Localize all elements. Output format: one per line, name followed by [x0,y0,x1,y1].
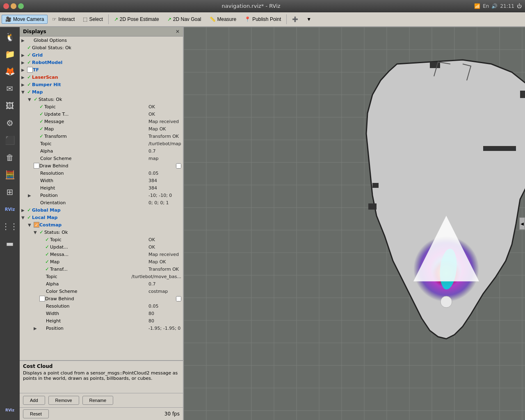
tree-item[interactable]: ✓MessageMap received [20,118,183,125]
add-button[interactable]: Add [23,396,45,405]
tree-item[interactable]: Height384 [20,184,183,192]
tree-arrow: ▶ [28,193,34,198]
browser-firefox[interactable]: 🦊 [2,63,18,80]
tree-value: OK [148,112,181,117]
tree-item[interactable]: ✓TransformTransform OK [20,132,183,140]
tree-arrow: ▶ [21,75,27,80]
checkmark-icon: ✓ [39,229,43,235]
tree-item[interactable]: ✓MapMap OK [20,258,183,265]
tree-item[interactable]: ✓Global Status: Ok [20,44,183,51]
tree-label: Updat... [50,244,148,250]
draw-behind-checkbox[interactable] [176,296,181,301]
tree-item[interactable]: Alpha0.7 [20,280,183,288]
tree-item[interactable]: Resolution0.05 [20,302,183,310]
tree-item[interactable]: ▶Position-1.95; -1.95; 0 [20,324,183,332]
window-title: navigation.rviz* - RViz [28,3,474,9]
tree-item[interactable]: Height80 [20,317,183,324]
tree-item[interactable]: Color Schememap [20,155,183,162]
draw-behind-checkbox[interactable] [176,163,181,169]
tree-checkbox-empty[interactable] [34,163,39,169]
remove-button[interactable]: Remove [48,396,79,405]
rviz2-icon[interactable]: RViz [2,402,18,418]
scroll-handle[interactable]: ◀ [519,217,525,230]
files-icon[interactable]: 📁 [2,46,18,62]
maximize-button[interactable] [18,3,24,9]
tree-item[interactable]: Resolution0.05 [20,169,183,177]
calc-icon[interactable]: 🧮 [2,167,18,183]
tree-item[interactable]: ▶Global Options [20,37,183,44]
tree-item[interactable]: ✓Messa...Map received [20,251,183,258]
tree-item[interactable]: Color Schemecostmap [20,288,183,295]
tree-item[interactable]: ✓MapMap OK [20,125,183,132]
tree-item[interactable]: Width384 [20,177,183,184]
tree-item[interactable]: ▶TF [20,66,183,73]
displays-content[interactable]: ▶Global Options ✓Global Status: Ok▶✓Grid… [20,37,183,360]
tree-item[interactable]: ▼✓Map [20,88,183,96]
apps-icon[interactable]: ⋮⋮ [2,218,18,235]
tree-item[interactable]: ▶✓Grid [20,51,183,59]
tree-item[interactable]: ✓TopicOK [20,103,183,110]
close-button[interactable] [3,3,9,9]
system-tray: 📶 En 🔊 21:11 ⏻ [474,3,522,9]
tree-item[interactable]: ▶✓Bumper Hit [20,81,183,88]
minimize-button[interactable] [11,3,16,9]
pose-estimate-button[interactable]: ↗ 2D Pose Estimate [110,15,163,24]
reset-button[interactable]: Reset [23,409,49,418]
tree-item[interactable]: ✓Update T...OK [20,110,183,118]
camera-icon: 🎥 [5,16,11,22]
select-button[interactable]: ⬚ Select [79,15,106,24]
tree-label: Map [32,89,181,95]
tree-item[interactable]: ▼Costmap [20,221,183,228]
terminal2-icon[interactable]: ▬ [2,235,18,252]
tree-item[interactable]: ▶✓LaserScan [20,73,183,81]
email-icon[interactable]: ✉ [2,80,18,97]
tree-item[interactable]: Width80 [20,310,183,317]
apps-grid-icon[interactable]: ⊞ [2,184,18,200]
tree-arrow: ▶ [21,208,27,212]
rename-button[interactable]: Rename [82,396,114,405]
wifi-icon: 📶 [474,3,480,9]
tree-item[interactable]: ▶Position-10; -10; 0 [20,192,183,199]
tree-item[interactable]: ▶✓Global Map [20,206,183,214]
tree-checkbox-empty[interactable] [27,67,33,73]
dropdown-button[interactable]: ▼ [303,15,315,24]
tree-item[interactable]: Topic/turtlebot/map [20,140,183,147]
move-camera-button[interactable]: 🎥 Move Camera [2,15,48,24]
settings-icon[interactable]: ⚙ [2,115,18,131]
tree-item[interactable]: ▶✓RobotModel [20,59,183,66]
photos-icon[interactable]: 🖼 [2,98,18,114]
tree-item[interactable]: Orientation0; 0; 0; 1 [20,199,183,206]
tree-item[interactable]: ✓Transf...Transform OK [20,265,183,273]
ubuntu-icon[interactable]: 🐧 [2,29,18,45]
terminal-icon[interactable]: ⬛ [2,132,18,148]
add-toolbar-button[interactable]: ➕ [288,15,302,24]
tree-item[interactable]: ✓Updat...OK [20,243,183,251]
tree-value: -10; -10; 0 [148,193,181,198]
tree-item[interactable]: ▼✓Status: Ok [20,96,183,103]
window-controls[interactable] [3,3,24,9]
nav-goal-button[interactable]: ↗ 2D Nav Goal [164,15,205,24]
tree-label: Position [46,326,148,331]
viewport-3d[interactable]: ◀ [184,27,525,420]
tree-arrow: ▼ [34,230,39,235]
tree-item[interactable]: Alpha0.7 [20,147,183,155]
tree-item[interactable]: Topic/turtlebot/move_bas... [20,273,183,280]
measure-button[interactable]: 📏 Measure [206,15,240,24]
tree-item[interactable]: ▼✓Status: Ok [20,228,183,236]
displays-close-button[interactable]: ✕ [176,29,180,34]
tree-checkbox[interactable] [34,222,39,228]
trash-icon[interactable]: 🗑 [2,149,18,166]
tree-checkbox-empty[interactable] [39,296,45,301]
tree-value: Transform OK [148,134,181,139]
tree-item[interactable]: Draw Behind [20,295,183,302]
tree-item[interactable]: ▼✓Local Map [20,214,183,221]
tree-item[interactable]: ✓TopicOK [20,236,183,243]
publish-point-button[interactable]: 📍 Publish Point [241,15,285,24]
tree-arrow: ▼ [21,215,27,220]
tree-item[interactable]: Draw Behind [20,162,183,169]
tree-label: Height [40,185,148,191]
tree-label: Message [44,119,148,124]
rviz-icon[interactable]: RViz [2,201,18,217]
tree-label: Width [40,178,148,183]
interact-button[interactable]: ☞ Interact [48,15,78,24]
